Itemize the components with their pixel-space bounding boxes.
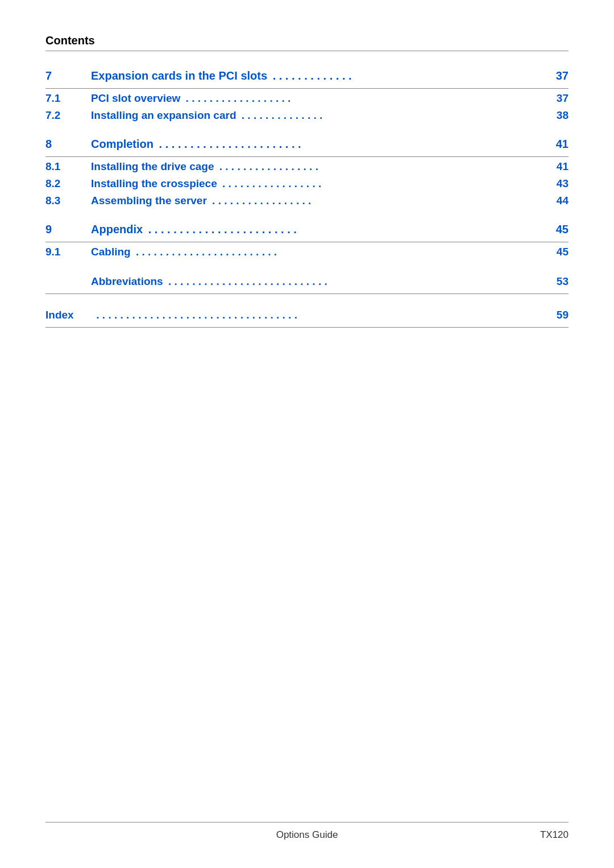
toc-sub-8-3[interactable]: 8.3 Assembling the server . . . . . . . …: [45, 192, 569, 209]
toc-dots-8-1: . . . . . . . . . . . . . . . . .: [216, 160, 549, 173]
toc-page-9-1: 45: [551, 246, 569, 258]
toc-title-7-1: PCI slot overview: [91, 92, 180, 105]
toc-title-7-2: Installing an expansion card: [91, 109, 237, 122]
toc-sub-8-1[interactable]: 8.1 Installing the drive cage . . . . . …: [45, 158, 569, 175]
abbreviations-group: Abbreviations . . . . . . . . . . . . . …: [45, 273, 569, 294]
toc-sub-9-1[interactable]: 9.1 Cabling . . . . . . . . . . . . . . …: [45, 243, 569, 261]
toc-number-index: Index: [45, 309, 91, 321]
toc-page-abbrev: 53: [551, 275, 569, 288]
toc-dots-9-1: . . . . . . . . . . . . . . . . . . . . …: [133, 246, 549, 258]
toc-number-8-2: 8.2: [45, 177, 91, 190]
toc-title-8-1: Installing the drive cage: [91, 160, 214, 173]
toc-page-7-2: 38: [551, 109, 569, 122]
toc-index[interactable]: Index . . . . . . . . . . . . . . . . . …: [45, 307, 569, 328]
toc-title-9: Appendix: [91, 223, 143, 236]
footer: Options Guide TX120: [45, 829, 569, 841]
footer-guide: Options Guide: [276, 829, 338, 841]
toc-abbreviations[interactable]: Abbreviations . . . . . . . . . . . . . …: [45, 273, 569, 294]
section-7-group: 7 Expansion cards in the PCI slots . . .…: [45, 67, 569, 124]
toc-page-8-1: 41: [551, 160, 569, 173]
index-group: Index . . . . . . . . . . . . . . . . . …: [45, 307, 569, 328]
section-8-group: 8 Completion . . . . . . . . . . . . . .…: [45, 135, 569, 209]
toc-dots-8-3: . . . . . . . . . . . . . . . . .: [209, 195, 549, 207]
toc-chapter-7[interactable]: 7 Expansion cards in the PCI slots . . .…: [45, 67, 569, 89]
toc-number-9: 9: [45, 223, 91, 236]
toc-chapter-8[interactable]: 8 Completion . . . . . . . . . . . . . .…: [45, 135, 569, 157]
toc-dots-8-2: . . . . . . . . . . . . . . . . .: [219, 177, 549, 190]
toc-title-8-3: Assembling the server: [91, 195, 207, 207]
toc-page-9: 45: [551, 223, 569, 236]
toc-page-index: 59: [551, 309, 569, 321]
toc-sub-8-2[interactable]: 8.2 Installing the crosspiece . . . . . …: [45, 175, 569, 192]
toc-title-abbrev: Abbreviations: [91, 275, 163, 288]
toc-sub-7-2[interactable]: 7.2 Installing an expansion card . . . .…: [45, 107, 569, 124]
footer-divider: [45, 822, 569, 822]
toc-dots-7: . . . . . . . . . . . . .: [269, 69, 549, 82]
toc-number-8: 8: [45, 138, 91, 151]
toc-number-8-1: 8.1: [45, 160, 91, 173]
toc-number-7-2: 7.2: [45, 109, 91, 122]
toc-dots-index: . . . . . . . . . . . . . . . . . . . . …: [93, 309, 549, 321]
toc-page-8-3: 44: [551, 195, 569, 207]
toc-title-8: Completion: [91, 138, 154, 151]
contents-title: Contents: [45, 34, 569, 47]
toc-sub-7-1[interactable]: 7.1 PCI slot overview . . . . . . . . . …: [45, 90, 569, 107]
header-divider: [45, 51, 569, 51]
toc-dots-7-2: . . . . . . . . . . . . . .: [239, 109, 549, 122]
toc-number-8-3: 8.3: [45, 195, 91, 207]
toc-dots-abbrev: . . . . . . . . . . . . . . . . . . . . …: [165, 275, 549, 288]
toc-page-8: 41: [551, 138, 569, 151]
toc-page-8-2: 43: [551, 177, 569, 190]
toc-page-7: 37: [551, 69, 569, 82]
toc-dots-8: . . . . . . . . . . . . . . . . . . . . …: [156, 138, 549, 151]
toc-title-7: Expansion cards in the PCI slots: [91, 69, 267, 82]
footer-product: TX120: [540, 829, 569, 841]
toc-title-9-1: Cabling: [91, 246, 131, 258]
toc-number-7-1: 7.1: [45, 92, 91, 105]
toc-chapter-9[interactable]: 9 Appendix . . . . . . . . . . . . . . .…: [45, 221, 569, 242]
toc-number-7: 7: [45, 69, 91, 82]
toc-page-7-1: 37: [551, 92, 569, 105]
section-9-group: 9 Appendix . . . . . . . . . . . . . . .…: [45, 221, 569, 261]
toc-dots-7-1: . . . . . . . . . . . . . . . . . .: [182, 92, 549, 105]
toc-dots-9: . . . . . . . . . . . . . . . . . . . . …: [145, 223, 549, 236]
page-container: Contents 7 Expansion cards in the PCI sl…: [0, 0, 614, 868]
toc-number-9-1: 9.1: [45, 246, 91, 258]
toc-title-8-2: Installing the crosspiece: [91, 177, 217, 190]
